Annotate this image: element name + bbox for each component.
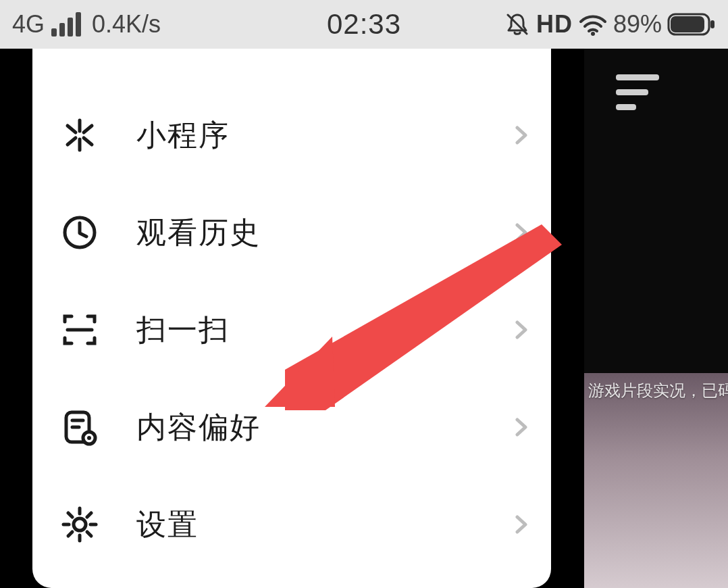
menu-item-label: 内容偏好: [136, 408, 512, 447]
menu-item-mini-program[interactable]: 小程序: [32, 87, 551, 184]
svg-line-31: [87, 532, 91, 536]
svg-point-24: [87, 436, 91, 440]
svg-line-15: [84, 138, 92, 145]
chevron-right-icon: [512, 320, 531, 339]
chevron-right-icon: [512, 418, 531, 437]
chevron-right-icon: [512, 515, 531, 534]
menu-item-label: 小程序: [136, 116, 512, 155]
wifi-icon: [578, 12, 608, 36]
svg-rect-3: [76, 12, 81, 36]
clock-icon: [61, 214, 99, 251]
network-type-label: 4G: [12, 10, 45, 39]
svg-rect-9: [616, 74, 659, 80]
svg-point-25: [74, 518, 86, 531]
svg-line-30: [68, 513, 72, 517]
video-caption: 游戏片段实况，已码，: [584, 380, 728, 401]
svg-rect-10: [616, 89, 648, 95]
hamburger-menu-icon[interactable]: [616, 72, 660, 111]
battery-percent-label: 89%: [613, 10, 662, 39]
svg-line-14: [68, 126, 76, 132]
chevron-right-icon: [512, 223, 531, 242]
menu-item-scan[interactable]: 扫一扫: [32, 281, 551, 378]
menu-item-watch-history[interactable]: 观看历史: [32, 184, 551, 281]
menu-item-label: 扫一扫: [136, 310, 512, 350]
svg-line-16: [84, 126, 92, 132]
menu-item-content-preference[interactable]: 内容偏好: [32, 378, 551, 476]
menu-item-label: 设置: [136, 505, 512, 545]
menu-list: 小程序 观看历史: [32, 87, 551, 573]
status-bar: 4G 0.4K/s 02:33 HD: [0, 0, 728, 49]
mute-bell-icon: [504, 11, 531, 38]
svg-line-33: [68, 532, 72, 536]
battery-icon: [667, 13, 716, 36]
scan-icon: [61, 311, 99, 349]
svg-line-17: [68, 138, 76, 145]
chevron-right-icon: [512, 126, 531, 145]
svg-point-5: [591, 32, 595, 36]
side-drawer-panel: 小程序 观看历史: [32, 49, 551, 588]
network-speed-label: 0.4K/s: [92, 10, 161, 39]
menu-item-label: 观看历史: [136, 213, 512, 253]
svg-rect-8: [710, 20, 714, 28]
video-thumbnail[interactable]: 游戏片段实况，已码，: [584, 373, 728, 588]
svg-rect-2: [68, 18, 73, 36]
hd-label: HD: [536, 10, 573, 39]
svg-rect-11: [616, 104, 636, 110]
signal-bars-icon: [51, 12, 85, 36]
content-preference-icon: [61, 408, 99, 446]
svg-rect-7: [671, 16, 704, 32]
mini-program-icon: [61, 116, 99, 154]
svg-line-32: [87, 513, 91, 517]
status-bar-left: 4G 0.4K/s: [12, 10, 161, 39]
svg-rect-0: [51, 28, 57, 36]
menu-item-settings[interactable]: 设置: [32, 476, 551, 573]
clock-label: 02:33: [327, 8, 401, 41]
gear-icon: [61, 506, 99, 543]
svg-rect-1: [59, 23, 65, 36]
status-bar-right: HD 89%: [504, 10, 716, 39]
